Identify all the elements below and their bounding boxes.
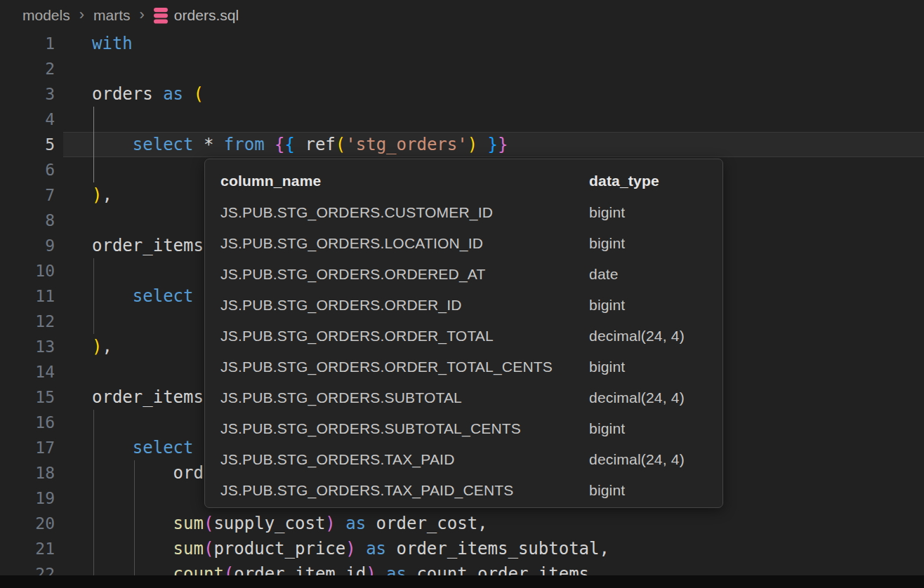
code-line-text[interactable]: select	[92, 286, 194, 306]
code-line-text[interactable]: ),	[92, 337, 112, 356]
code-token: product_price	[213, 539, 345, 559]
active-bracket-guide	[93, 107, 94, 132]
code-token: ,	[102, 185, 112, 205]
code-token	[92, 514, 173, 533]
code-token	[265, 135, 275, 154]
code-token: }	[488, 135, 498, 154]
code-token: orders	[92, 84, 163, 104]
editor-window: models › marts › orders.sql 1with23order…	[0, 0, 924, 31]
tooltip-column-row: JS.PUB.STG_ORDERS.ORDERED_ATdate	[205, 259, 722, 290]
code-token: 'stg_orders'	[345, 135, 467, 154]
code-line-text[interactable]: sum(supply_cost) as order_cost,	[92, 514, 488, 533]
code-token	[336, 514, 345, 533]
tooltip-body: JS.PUB.STG_ORDERS.CUSTOMER_IDbigintJS.PU…	[205, 197, 722, 506]
code-line: 4	[0, 107, 924, 132]
code-line-text[interactable]: ord	[92, 463, 204, 483]
line-number[interactable]: 7	[0, 186, 55, 204]
data-type-cell: date	[589, 266, 707, 283]
code-line-text[interactable]: sum(product_price) as order_items_subtot…	[92, 539, 609, 559]
code-token	[295, 135, 305, 154]
code-token	[92, 438, 133, 457]
line-number[interactable]: 2	[0, 60, 55, 78]
column-name-cell: JS.PUB.STG_ORDERS.SUBTOTAL_CENTS	[220, 420, 589, 437]
line-number[interactable]: 10	[0, 262, 55, 280]
breadcrumb-item-models[interactable]: models	[22, 7, 70, 24]
code-token: {	[275, 135, 284, 154]
tooltip-column-row: JS.PUB.STG_ORDERS.SUBTOTAL_CENTSbigint	[205, 413, 722, 444]
column-hover-tooltip: column_name data_type JS.PUB.STG_ORDERS.…	[204, 159, 723, 508]
code-token	[92, 539, 173, 559]
code-line-text[interactable]: select	[92, 438, 194, 457]
chevron-right-icon: ›	[140, 7, 145, 22]
panel-divider	[0, 575, 924, 588]
line-number[interactable]: 8	[0, 211, 55, 229]
tooltip-column-row: JS.PUB.STG_ORDERS.ORDER_TOTAL_CENTSbigin…	[205, 352, 722, 382]
data-type-cell: bigint	[589, 204, 707, 221]
tooltip-column-row: JS.PUB.STG_ORDERS.ORDER_TOTALdecimal(24,…	[205, 321, 722, 352]
code-line-text[interactable]: ),	[92, 185, 112, 205]
column-name-cell: JS.PUB.STG_ORDERS.TAX_PAID_CENTS	[220, 482, 589, 499]
line-number[interactable]: 19	[0, 489, 55, 507]
data-type-cell: decimal(24, 4)	[589, 389, 707, 406]
code-token	[356, 539, 366, 559]
data-type-cell: bigint	[589, 359, 707, 375]
indent-guide	[134, 486, 135, 511]
tooltip-column-row: JS.PUB.STG_ORDERS.LOCATION_IDbigint	[205, 228, 722, 259]
code-line-text[interactable]: order_items	[92, 236, 204, 255]
code-token: sum	[173, 539, 204, 559]
code-token: )	[468, 135, 477, 154]
code-token: select	[133, 135, 194, 154]
breadcrumb-item-file[interactable]: orders.sql	[154, 7, 239, 24]
line-number[interactable]: 15	[0, 388, 55, 406]
line-number[interactable]: 12	[0, 312, 55, 330]
indent-guide	[93, 258, 94, 283]
line-number[interactable]: 5	[0, 135, 55, 154]
line-number[interactable]: 9	[0, 236, 55, 255]
line-number[interactable]: 14	[0, 363, 55, 381]
code-token: (	[336, 135, 345, 154]
tooltip-column-row: JS.PUB.STG_ORDERS.SUBTOTALdecimal(24, 4)	[205, 382, 722, 413]
database-icon	[154, 8, 168, 24]
code-token: }	[498, 135, 508, 154]
code-line-text[interactable]: orders as (	[92, 84, 204, 104]
line-number[interactable]: 6	[0, 161, 55, 179]
line-number[interactable]: 16	[0, 413, 55, 432]
line-number[interactable]: 21	[0, 540, 55, 558]
code-line-text[interactable]: with	[92, 34, 133, 53]
column-name-cell: JS.PUB.STG_ORDERS.LOCATION_ID	[220, 235, 589, 252]
column-name-cell: JS.PUB.STG_ORDERS.CUSTOMER_ID	[220, 204, 589, 221]
code-token: supply_cost	[213, 514, 325, 533]
column-name-cell: JS.PUB.STG_ORDERS.ORDER_TOTAL	[220, 328, 589, 345]
tooltip-header-data-type: data_type	[589, 173, 707, 189]
column-name-cell: JS.PUB.STG_ORDERS.ORDER_TOTAL_CENTS	[220, 359, 589, 375]
code-token	[92, 286, 133, 306]
code-line: 3orders as (	[0, 81, 924, 107]
code-token: ref	[305, 135, 335, 154]
data-type-cell: decimal(24, 4)	[589, 451, 707, 468]
code-line: 21 sum(product_price) as order_items_sub…	[0, 536, 924, 561]
tooltip-column-row: JS.PUB.STG_ORDERS.ORDER_IDbigint	[205, 290, 722, 321]
line-number[interactable]: 4	[0, 110, 55, 128]
line-number[interactable]: 13	[0, 338, 55, 356]
indent-guide	[93, 486, 94, 511]
code-line: 1with	[0, 31, 924, 56]
code-token: as	[345, 514, 366, 533]
breadcrumb: models › marts › orders.sql	[0, 0, 924, 31]
code-line-text[interactable]: select * from {{ ref('stg_orders') }}	[92, 135, 508, 154]
line-number[interactable]: 18	[0, 464, 55, 482]
line-number[interactable]: 11	[0, 287, 55, 305]
code-token: ord	[92, 463, 204, 483]
code-token: from	[224, 135, 265, 154]
active-bracket-guide	[93, 157, 94, 182]
breadcrumb-item-marts[interactable]: marts	[93, 7, 131, 24]
tooltip-column-row: JS.PUB.STG_ORDERS.TAX_PAID_CENTSbigint	[205, 475, 722, 506]
code-line-text[interactable]: order_items	[92, 387, 204, 407]
code-token: order_items	[92, 387, 204, 407]
line-number[interactable]: 20	[0, 514, 55, 533]
data-type-cell: bigint	[589, 482, 707, 499]
code-token: order_items_subtotal,	[386, 539, 609, 559]
line-number[interactable]: 17	[0, 439, 55, 457]
line-number[interactable]: 1	[0, 34, 55, 53]
code-token: {	[285, 135, 295, 154]
line-number[interactable]: 3	[0, 85, 55, 103]
